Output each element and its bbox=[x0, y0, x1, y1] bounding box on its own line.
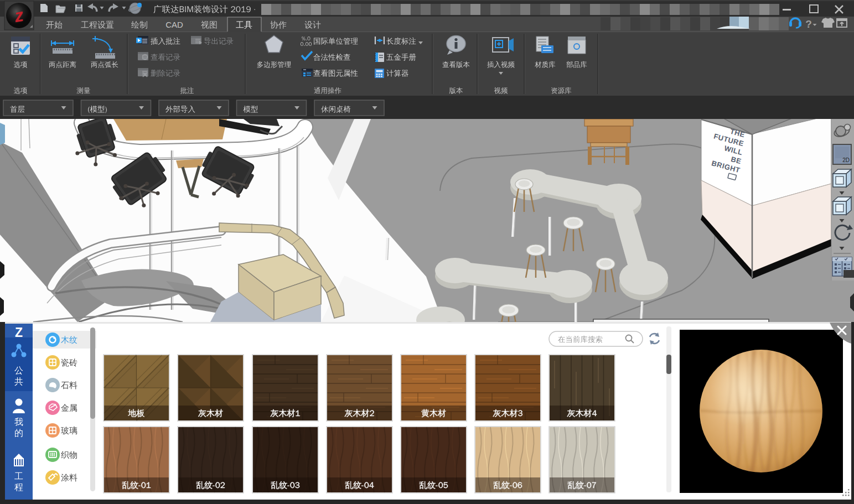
svg-text:CAD: CAD bbox=[165, 20, 183, 29]
svg-text:2D: 2D bbox=[842, 157, 850, 163]
svg-text:?: ? bbox=[805, 18, 812, 30]
svg-text:Z: Z bbox=[15, 325, 23, 340]
